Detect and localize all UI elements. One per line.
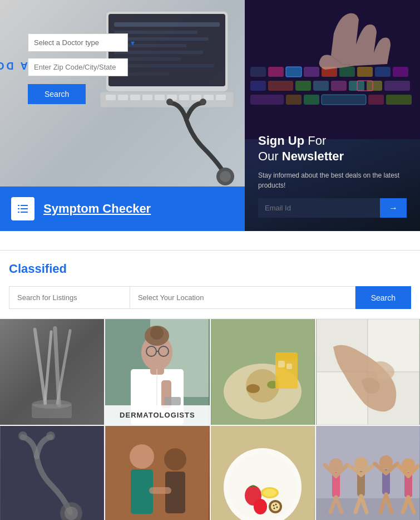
svg-point-113 bbox=[276, 507, 278, 508]
email-input[interactable] bbox=[258, 198, 380, 218]
svg-rect-47 bbox=[367, 81, 382, 91]
svg-rect-33 bbox=[268, 67, 284, 77]
massage-svg bbox=[317, 319, 419, 425]
grid-cell-8-bg bbox=[316, 426, 420, 520]
svg-point-80 bbox=[246, 384, 260, 393]
svg-rect-51 bbox=[304, 95, 319, 105]
list-icon bbox=[16, 202, 29, 215]
grid-cell-2[interactable]: DERMATOLOGISTS bbox=[105, 319, 209, 425]
fitness-svg bbox=[317, 426, 419, 520]
svg-rect-83 bbox=[275, 352, 298, 359]
svg-rect-46 bbox=[349, 81, 364, 91]
doctor-type-select[interactable]: Select a Doctor type bbox=[28, 33, 128, 52]
classified-search-button[interactable]: Search bbox=[355, 286, 411, 309]
grid-cell-7[interactable] bbox=[211, 426, 315, 520]
tools-svg bbox=[27, 322, 77, 422]
grid-cell-5-bg bbox=[0, 426, 104, 520]
svg-rect-50 bbox=[286, 95, 302, 105]
svg-rect-76 bbox=[164, 397, 181, 405]
svg-rect-84 bbox=[278, 361, 285, 367]
symptom-checker-icon bbox=[11, 197, 34, 220]
svg-point-111 bbox=[273, 505, 274, 507]
svg-rect-42 bbox=[268, 81, 293, 91]
svg-rect-2 bbox=[114, 22, 220, 27]
svg-point-110 bbox=[271, 502, 280, 511]
dark-svg bbox=[1, 426, 103, 520]
svg-point-63 bbox=[32, 400, 72, 409]
svg-rect-28 bbox=[21, 205, 28, 206]
svg-rect-29 bbox=[21, 208, 28, 209]
classified-search-row: Search bbox=[9, 286, 411, 309]
grid-cell-6-bg bbox=[105, 426, 209, 520]
svg-rect-48 bbox=[384, 81, 410, 91]
svg-point-99 bbox=[164, 448, 186, 470]
find-doctor-search-button[interactable]: Search bbox=[28, 84, 86, 104]
svg-rect-49 bbox=[250, 95, 284, 105]
svg-rect-40 bbox=[393, 67, 408, 77]
newsletter-panel: Sign Up For Our Newsletter Stay informed… bbox=[245, 0, 420, 231]
svg-rect-30 bbox=[21, 212, 28, 213]
svg-point-123 bbox=[354, 457, 368, 470]
svg-point-95 bbox=[65, 507, 78, 520]
symptom-bar: Symptom Checker bbox=[0, 187, 245, 231]
svg-point-107 bbox=[263, 489, 276, 497]
email-row: → bbox=[258, 198, 407, 218]
svg-rect-27 bbox=[18, 212, 19, 213]
svg-rect-35 bbox=[304, 67, 319, 77]
symptom-checker-link[interactable]: Symptom Checker bbox=[43, 202, 151, 216]
stethoscope-illustration bbox=[147, 92, 242, 187]
email-submit-button[interactable]: → bbox=[380, 198, 407, 218]
svg-point-92 bbox=[18, 431, 27, 440]
grid-cell-5[interactable] bbox=[0, 426, 104, 520]
svg-point-114 bbox=[273, 508, 275, 509]
grid-cell-1-bg bbox=[0, 319, 104, 425]
zip-input[interactable] bbox=[28, 58, 128, 76]
find-doctor-panel: FIND A DOCTOR Select a Doctor type Searc… bbox=[0, 0, 245, 231]
person-doctor-svg bbox=[106, 426, 209, 520]
svg-rect-53 bbox=[368, 95, 384, 105]
svg-rect-54 bbox=[386, 95, 412, 105]
doctor-type-wrapper: Select a Doctor type bbox=[28, 33, 139, 52]
newsletter-content: Sign Up For Our Newsletter Stay informed… bbox=[258, 133, 407, 218]
svg-point-70 bbox=[150, 326, 164, 340]
svg-rect-32 bbox=[250, 67, 266, 77]
svg-rect-41 bbox=[250, 81, 266, 91]
svg-rect-37 bbox=[339, 67, 355, 77]
svg-point-93 bbox=[46, 431, 55, 440]
grid-cell-7-bg bbox=[211, 426, 315, 520]
svg-rect-25 bbox=[18, 205, 19, 206]
svg-rect-38 bbox=[357, 67, 373, 77]
svg-point-97 bbox=[130, 444, 154, 469]
svg-point-22 bbox=[200, 99, 206, 105]
classified-section: Classified Search bbox=[0, 251, 420, 318]
svg-rect-85 bbox=[286, 364, 292, 369]
signup-title: Sign Up For Our Newsletter bbox=[258, 133, 407, 165]
svg-rect-39 bbox=[375, 67, 391, 77]
svg-rect-52 bbox=[322, 95, 366, 105]
keyboard-svg bbox=[245, 0, 420, 139]
svg-rect-59 bbox=[43, 330, 53, 405]
grid-cell-4-bg bbox=[316, 319, 420, 425]
grid-cell-1[interactable] bbox=[0, 319, 104, 425]
svg-rect-45 bbox=[331, 81, 347, 91]
grid-cell-3[interactable] bbox=[211, 319, 315, 425]
grid-cell-4[interactable] bbox=[316, 319, 420, 425]
grid-cell-6[interactable] bbox=[105, 426, 209, 520]
svg-point-112 bbox=[275, 504, 276, 506]
listing-search-input[interactable] bbox=[9, 286, 130, 309]
svg-rect-43 bbox=[295, 81, 311, 91]
signup-description: Stay informed about the best deals on th… bbox=[258, 170, 407, 190]
keyboard-hands-overlay bbox=[245, 0, 420, 139]
middle-divider bbox=[0, 231, 420, 251]
svg-point-108 bbox=[254, 499, 267, 514]
grid-cell-3-bg bbox=[211, 319, 315, 425]
svg-rect-34 bbox=[286, 67, 302, 77]
image-grid: DERMATOLOGISTS bbox=[0, 319, 420, 520]
food-svg bbox=[211, 319, 314, 425]
svg-rect-44 bbox=[313, 81, 329, 91]
svg-point-21 bbox=[166, 99, 173, 105]
location-input[interactable] bbox=[130, 286, 355, 309]
healthy-food-svg bbox=[211, 426, 314, 520]
classified-title: Classified bbox=[9, 262, 411, 276]
grid-cell-8[interactable] bbox=[316, 426, 420, 520]
